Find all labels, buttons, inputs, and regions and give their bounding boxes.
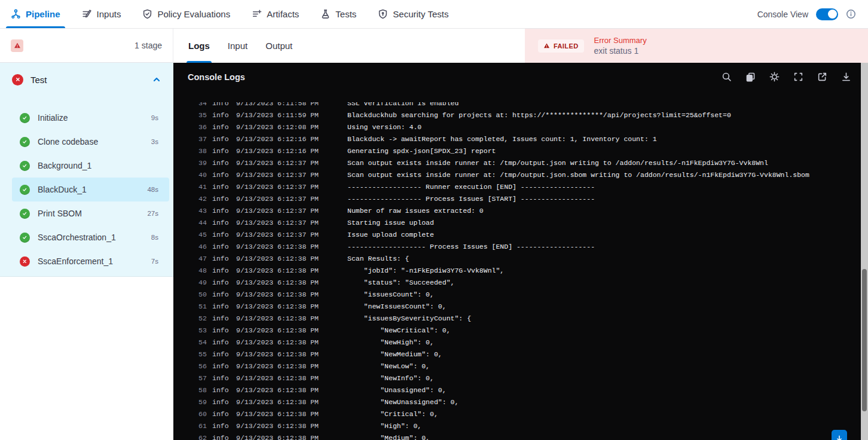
- console-view-toggle[interactable]: [816, 8, 838, 20]
- log-level: info: [212, 145, 236, 157]
- top-navigation: PipelineInputsPolicy EvaluationsArtifact…: [0, 0, 868, 29]
- log-line-number: 52: [198, 313, 212, 325]
- console-scrollbar-thumb[interactable]: [862, 269, 867, 411]
- log-line-number: 59: [198, 396, 212, 408]
- log-message: Starting issue upload: [347, 217, 434, 229]
- log-timestamp: 9/13/2023 6:12:38 PM: [236, 265, 347, 277]
- log-line-number: 41: [198, 181, 212, 193]
- step-sscaorchestration-1[interactable]: SscaOrchestration_18s: [12, 225, 169, 249]
- log-line-number: 45: [198, 229, 212, 241]
- log-line-number: 46: [198, 241, 212, 253]
- log-message: Issue upload complete: [347, 229, 434, 241]
- download-icon[interactable]: [841, 72, 851, 82]
- step-background-1[interactable]: Background_1: [12, 154, 169, 178]
- log-timestamp: 9/13/2023 6:12:38 PM: [236, 301, 347, 313]
- step-print-sbom[interactable]: Print SBOM27s: [12, 201, 169, 225]
- log-line-number: 58: [198, 384, 212, 396]
- log-line-number: 39: [198, 157, 212, 169]
- stage-name: Test: [30, 75, 47, 85]
- log-level: info: [212, 396, 236, 408]
- step-initialize[interactable]: Initialize9s: [12, 106, 169, 130]
- log-level: info: [212, 133, 236, 145]
- log-level: info: [212, 241, 236, 253]
- stage-header[interactable]: Test: [0, 63, 173, 96]
- log-line-47: 47info9/13/2023 6:12:38 PMScan Results: …: [173, 253, 861, 265]
- log-line-41: 41info9/13/2023 6:12:37 PM--------------…: [173, 181, 861, 193]
- log-message: "Critical": 0,: [347, 408, 438, 420]
- log-line-49: 49info9/13/2023 6:12:38 PM "status": "Su…: [173, 277, 861, 289]
- log-message: "status": "Succeeded",: [347, 277, 454, 289]
- log-timestamp: 9/13/2023 6:11:58 PM: [236, 102, 347, 109]
- log-message: Number of raw issues extracted: 0: [347, 205, 484, 217]
- search-icon[interactable]: [722, 72, 732, 82]
- log-line-number: 51: [198, 301, 212, 313]
- log-timestamp: 9/13/2023 6:12:38 PM: [236, 277, 347, 289]
- log-timestamp: 9/13/2023 6:12:38 PM: [236, 432, 347, 440]
- log-level: info: [212, 337, 236, 349]
- scroll-to-bottom-button[interactable]: [832, 430, 847, 440]
- log-line-48: 48info9/13/2023 6:12:38 PM "jobId": "-n1…: [173, 265, 861, 277]
- tab-output[interactable]: Output: [265, 29, 292, 63]
- log-timestamp: 9/13/2023 6:12:38 PM: [236, 372, 347, 384]
- pipeline-nav-tabs: PipelineInputsPolicy EvaluationsArtifact…: [11, 0, 470, 28]
- log-message: Scan Results: {: [347, 253, 409, 265]
- log-message: Using version: 4.0: [347, 121, 421, 133]
- inputs-icon: [82, 9, 92, 19]
- log-timestamp: 9/13/2023 6:12:38 PM: [236, 289, 347, 301]
- log-message: Blackduckhub searching for projects at: …: [347, 109, 731, 121]
- open-in-new-icon[interactable]: [817, 72, 827, 82]
- log-line-50: 50info9/13/2023 6:12:38 PM "issuesCount"…: [173, 289, 861, 301]
- console-logs-panel: Console Logs 34info9/13/2023 6:11:58 PMS…: [173, 63, 868, 440]
- stage-status-failed-icon: [12, 74, 23, 85]
- tab-pipeline[interactable]: Pipeline: [11, 0, 60, 28]
- log-message: "Unassigned": 0,: [347, 384, 447, 396]
- log-line-number: 49: [198, 277, 212, 289]
- check-circle-icon: [20, 209, 30, 219]
- step-sscaenforcement-1[interactable]: SscaEnforcement_17s: [12, 249, 169, 273]
- tab-security-tests[interactable]: Security Tests: [378, 0, 448, 28]
- log-line-number: 54: [198, 337, 212, 349]
- log-line-39: 39info9/13/2023 6:12:37 PMScan output ex…: [173, 157, 861, 169]
- log-message: "newIssuesCount": 0,: [347, 301, 447, 313]
- step-duration: 48s: [147, 186, 158, 193]
- tab-inputs[interactable]: Inputs: [82, 0, 121, 28]
- log-line-number: 53: [198, 325, 212, 337]
- error-banner: FAILED Error Summary exit status 1: [525, 29, 868, 63]
- tab-tests[interactable]: Tests: [320, 0, 356, 28]
- console-scrollbar[interactable]: [861, 63, 868, 440]
- fullscreen-icon[interactable]: [793, 72, 803, 82]
- log-message: "NewMedium": 0,: [347, 349, 442, 360]
- tab-logs[interactable]: Logs: [188, 29, 210, 63]
- log-line-number: 38: [198, 145, 212, 157]
- log-line-44: 44info9/13/2023 6:12:37 PMStarting issue…: [173, 217, 861, 229]
- step-name: Print SBOM: [38, 209, 82, 218]
- settings-icon[interactable]: [769, 72, 780, 82]
- log-timestamp: 9/13/2023 6:12:37 PM: [236, 217, 347, 229]
- log-timestamp: 9/13/2023 6:12:38 PM: [236, 241, 347, 253]
- log-viewport[interactable]: 34info9/13/2023 6:11:58 PMSSL verificati…: [173, 102, 861, 440]
- log-level: info: [212, 157, 236, 169]
- log-level: info: [212, 325, 236, 337]
- tab-input[interactable]: Input: [228, 29, 247, 63]
- log-level: info: [212, 384, 236, 396]
- log-line-58: 58info9/13/2023 6:12:38 PM "Unassigned":…: [173, 384, 861, 396]
- tab-label: Tests: [335, 9, 356, 19]
- log-level: info: [212, 181, 236, 193]
- log-line-42: 42info9/13/2023 6:12:37 PM--------------…: [173, 193, 861, 205]
- log-timestamp: 9/13/2023 6:12:38 PM: [236, 313, 347, 325]
- artifacts-icon: [252, 9, 262, 19]
- step-clone-codebase[interactable]: Clone codebase3s: [12, 130, 169, 154]
- log-timestamp: 9/13/2023 6:12:38 PM: [236, 396, 347, 408]
- log-line-number: 50: [198, 289, 212, 301]
- tab-policy-evaluations[interactable]: Policy Evaluations: [142, 0, 230, 28]
- info-icon[interactable]: [846, 9, 856, 19]
- log-message: "NewUnassigned": 0,: [347, 396, 459, 408]
- tab-artifacts[interactable]: Artifacts: [252, 0, 299, 28]
- log-line-number: 40: [198, 169, 212, 181]
- step-duration: 9s: [151, 114, 158, 121]
- log-line-34: 34info9/13/2023 6:11:58 PMSSL verificati…: [173, 102, 861, 109]
- copy-icon[interactable]: [745, 72, 756, 82]
- step-blackduck-1[interactable]: BlackDuck_148s: [12, 178, 169, 201]
- step-duration: 27s: [147, 210, 158, 217]
- log-message: "issuesCount": 0,: [347, 289, 434, 301]
